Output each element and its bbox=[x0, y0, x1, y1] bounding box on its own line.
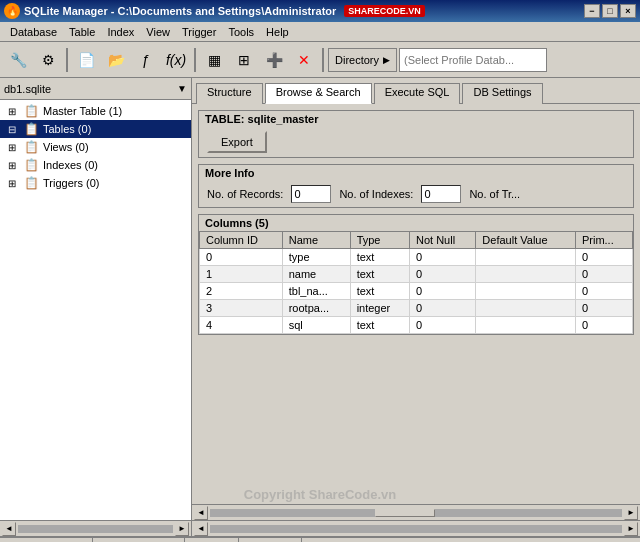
right-scroll-left[interactable]: ◄ bbox=[194, 522, 208, 536]
col-header-id: Column ID bbox=[200, 232, 283, 249]
maximize-button[interactable]: □ bbox=[602, 4, 618, 18]
indexes-value: 0 bbox=[421, 185, 461, 203]
profile-select[interactable] bbox=[399, 48, 547, 72]
status-bar: SQLite 3.6.16.1 Gecko 1.9.2.13 9:15:14 E… bbox=[0, 536, 640, 542]
menu-tools[interactable]: Tools bbox=[222, 24, 260, 40]
menu-database[interactable]: Database bbox=[4, 24, 63, 40]
tree-expand-tables: ⊟ bbox=[8, 124, 20, 135]
menu-help[interactable]: Help bbox=[260, 24, 295, 40]
table-row: 3rootpa...integer00 bbox=[200, 300, 633, 317]
tree-item-indexes[interactable]: ⊞ 📋 Indexes (0) bbox=[0, 156, 191, 174]
toolbar-sep-3 bbox=[322, 48, 324, 72]
right-scroll-right[interactable]: ► bbox=[624, 522, 638, 536]
toolbar-btn-settings[interactable]: ⚙ bbox=[34, 46, 62, 74]
more-info-section: More Info No. of Records: 0 No. of Index… bbox=[198, 164, 634, 208]
more-info-row: No. of Records: 0 No. of Indexes: 0 No. … bbox=[199, 181, 633, 207]
directory-label: Directory bbox=[335, 54, 379, 66]
title-text: SQLite Manager - C:\Documents and Settin… bbox=[24, 5, 336, 17]
tab-db-settings[interactable]: DB Settings bbox=[462, 83, 542, 104]
table-section: TABLE: sqlite_master Export bbox=[198, 110, 634, 158]
toolbar-btn-open[interactable]: 📄 bbox=[72, 46, 100, 74]
close-button[interactable]: × bbox=[620, 4, 636, 18]
toolbar-btn-add-row[interactable]: ➕ bbox=[260, 46, 288, 74]
col-header-prim: Prim... bbox=[575, 232, 632, 249]
tree-expand-indexes: ⊞ bbox=[8, 160, 20, 171]
main-area: db1.sqlite ▼ ⊞ 📋 Master Table (1) ⊟ 📋 Ta… bbox=[0, 78, 640, 520]
toolbar-btn-table[interactable]: ▦ bbox=[200, 46, 228, 74]
tree-expand-triggers: ⊞ bbox=[8, 178, 20, 189]
tree-item-triggers[interactable]: ⊞ 📋 Triggers (0) bbox=[0, 174, 191, 192]
table-row: 2tbl_na...text00 bbox=[200, 283, 633, 300]
files-info: Number of files in selected directory: 8 bbox=[302, 538, 640, 542]
menu-table[interactable]: Table bbox=[63, 24, 101, 40]
right-scroll-track[interactable] bbox=[210, 525, 622, 533]
columns-table: Column ID Name Type Not Null Default Val… bbox=[199, 231, 633, 334]
menu-index[interactable]: Index bbox=[101, 24, 140, 40]
toolbar-sep-2 bbox=[194, 48, 196, 72]
toolbar-sep-1 bbox=[66, 48, 68, 72]
tree-expand-views: ⊞ bbox=[8, 142, 20, 153]
table-title: TABLE: sqlite_master bbox=[199, 111, 633, 127]
tree-item-views[interactable]: ⊞ 📋 Views (0) bbox=[0, 138, 191, 156]
hscrollbar-right[interactable]: ◄ ► bbox=[192, 521, 640, 536]
columns-title: Columns (5) bbox=[199, 215, 633, 231]
toolbar-btn-grid[interactable]: ⊞ bbox=[230, 46, 258, 74]
hscrollbar-left[interactable]: ◄ ► bbox=[0, 521, 192, 536]
table-row: 0typetext00 bbox=[200, 249, 633, 266]
triggers-label: No. of Tr... bbox=[469, 188, 520, 200]
right-panel: Structure Browse & Search Execute SQL DB… bbox=[192, 78, 640, 520]
left-scroll-left[interactable]: ◄ bbox=[2, 522, 16, 536]
more-info-title: More Info bbox=[199, 165, 633, 181]
table-row: 1nametext00 bbox=[200, 266, 633, 283]
directory-arrow: ▶ bbox=[383, 55, 390, 65]
menu-view[interactable]: View bbox=[140, 24, 176, 40]
toolbar-btn-fx[interactable]: f(x) bbox=[162, 46, 190, 74]
bottom-scroll-row: ◄ ► ◄ ► bbox=[0, 520, 640, 536]
indexes-label: No. of Indexes: bbox=[339, 188, 413, 200]
col-header-type: Type bbox=[350, 232, 409, 249]
col-header-notnull: Not Null bbox=[410, 232, 476, 249]
menu-bar: Database Table Index View Trigger Tools … bbox=[0, 22, 640, 42]
tree-item-master[interactable]: ⊞ 📋 Master Table (1) bbox=[0, 102, 191, 120]
db-header: db1.sqlite ▼ bbox=[0, 78, 191, 100]
status-time: 9:15:14 bbox=[185, 538, 239, 542]
tab-browse-search[interactable]: Browse & Search bbox=[265, 83, 372, 104]
tab-structure[interactable]: Structure bbox=[196, 83, 263, 104]
menu-trigger[interactable]: Trigger bbox=[176, 24, 222, 40]
toolbar-btn-new[interactable]: 🔧 bbox=[4, 46, 32, 74]
hscroll-thumb[interactable] bbox=[375, 509, 435, 517]
db-name-label: db1.sqlite bbox=[4, 83, 177, 95]
records-value: 0 bbox=[291, 185, 331, 203]
tab-execute-sql[interactable]: Execute SQL bbox=[374, 83, 461, 104]
export-button[interactable]: Export bbox=[207, 131, 267, 153]
directory-button[interactable]: Directory ▶ bbox=[328, 48, 397, 72]
hscrollbar-content[interactable]: ◄ ► bbox=[192, 504, 640, 520]
col-header-default: Default Value bbox=[476, 232, 576, 249]
tree-expand-master: ⊞ bbox=[8, 106, 20, 117]
status-mode: Exclusive bbox=[239, 538, 302, 542]
left-scroll-right[interactable]: ► bbox=[175, 522, 189, 536]
table-row: 4sqltext00 bbox=[200, 317, 633, 334]
left-panel: db1.sqlite ▼ ⊞ 📋 Master Table (1) ⊟ 📋 Ta… bbox=[0, 78, 192, 520]
hscroll-track[interactable] bbox=[210, 509, 622, 517]
left-scroll-track[interactable] bbox=[18, 525, 173, 533]
app-icon: 🔥 bbox=[4, 3, 20, 19]
col-header-name: Name bbox=[282, 232, 350, 249]
records-label: No. of Records: bbox=[207, 188, 283, 200]
toolbar-btn-del-row[interactable]: ✕ bbox=[290, 46, 318, 74]
sharecode-badge: SHARECODE.VN bbox=[344, 5, 425, 17]
toolbar: 🔧 ⚙ 📄 📂 ƒ f(x) ▦ ⊞ ➕ ✕ Directory ▶ bbox=[0, 42, 640, 78]
minimize-button[interactable]: − bbox=[584, 4, 600, 18]
content-area: TABLE: sqlite_master Export More Info No… bbox=[192, 104, 640, 504]
db-dropdown-arrow[interactable]: ▼ bbox=[177, 83, 187, 94]
columns-section: Columns (5) Column ID Name Type Not Null… bbox=[198, 214, 634, 335]
toolbar-btn-script[interactable]: ƒ bbox=[132, 46, 160, 74]
tree-item-tables[interactable]: ⊟ 📋 Tables (0) bbox=[0, 120, 191, 138]
gecko-version: Gecko 1.9.2.13 bbox=[93, 538, 185, 542]
tabs: Structure Browse & Search Execute SQL DB… bbox=[192, 78, 640, 104]
scroll-left-arrow[interactable]: ◄ bbox=[194, 506, 208, 520]
toolbar-btn-folder[interactable]: 📂 bbox=[102, 46, 130, 74]
scroll-right-arrow[interactable]: ► bbox=[624, 506, 638, 520]
title-bar: 🔥 SQLite Manager - C:\Documents and Sett… bbox=[0, 0, 640, 22]
tree-view: ⊞ 📋 Master Table (1) ⊟ 📋 Tables (0) ⊞ 📋 … bbox=[0, 100, 191, 520]
